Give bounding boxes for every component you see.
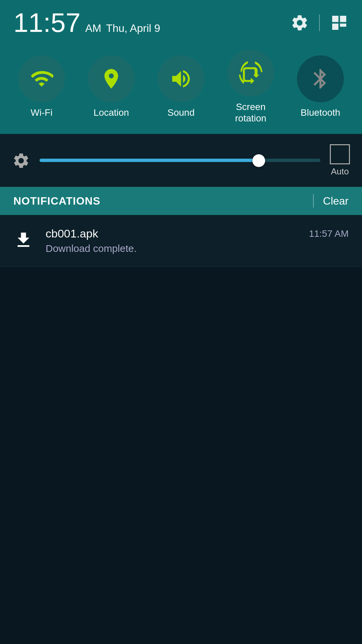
location-label: Location	[94, 107, 129, 118]
wifi-circle[interactable]	[18, 55, 65, 102]
time-display: 11:57	[13, 9, 80, 36]
wifi-label: Wi-Fi	[31, 107, 52, 118]
svg-rect-0	[332, 16, 339, 22]
bluetooth-toggle[interactable]: Bluetooth	[297, 55, 344, 118]
brightness-fill	[40, 159, 259, 162]
sound-circle[interactable]	[158, 55, 204, 102]
notification-body: Download complete.	[46, 243, 297, 254]
svg-rect-3	[340, 23, 346, 26]
time-ampm: AM	[85, 22, 101, 35]
sound-icon	[169, 67, 193, 91]
clear-notifications-button[interactable]: Clear	[323, 195, 349, 207]
location-circle[interactable]	[88, 55, 135, 102]
top-panel: 11:57 AM Thu, April 9	[0, 0, 362, 187]
notif-header-divider	[313, 194, 314, 208]
bluetooth-label: Bluetooth	[301, 107, 340, 118]
notification-icon-wrap	[13, 230, 34, 252]
location-icon	[100, 67, 123, 91]
auto-brightness-label: Auto	[331, 166, 349, 177]
auto-brightness-block[interactable]: Auto	[330, 144, 350, 177]
svg-rect-2	[332, 23, 339, 30]
grid-icon[interactable]	[330, 13, 349, 32]
svg-rect-1	[340, 16, 346, 22]
time-block: 11:57 AM Thu, April 9	[13, 9, 160, 36]
screen-rotation-icon	[239, 61, 262, 85]
brightness-track	[40, 159, 320, 162]
brightness-thumb[interactable]	[252, 154, 265, 167]
notification-time: 11:57 AM	[309, 227, 349, 239]
brightness-row: Auto	[0, 134, 362, 187]
wifi-icon	[30, 67, 53, 91]
brightness-slider[interactable]	[40, 159, 320, 163]
settings-icon[interactable]	[290, 13, 309, 32]
quick-toggles: Wi-Fi Location Sound	[0, 43, 362, 134]
status-icons	[290, 13, 349, 32]
notifications-title: NOTIFICATIONS	[13, 195, 101, 207]
notification-content: cb001.apk Download complete.	[46, 227, 297, 254]
date-display: Thu, April 9	[106, 22, 160, 35]
sound-toggle[interactable]: Sound	[158, 55, 204, 118]
notifications-header: NOTIFICATIONS Clear	[0, 187, 362, 215]
download-icon	[13, 230, 34, 250]
screen-rotation-circle[interactable]	[227, 50, 274, 97]
bottom-area	[0, 267, 362, 644]
location-toggle[interactable]: Location	[88, 55, 135, 118]
notification-title: cb001.apk	[46, 227, 297, 240]
wifi-toggle[interactable]: Wi-Fi	[18, 55, 65, 118]
status-divider	[319, 14, 320, 31]
bluetooth-icon	[309, 67, 332, 91]
bluetooth-circle[interactable]	[297, 55, 344, 102]
auto-brightness-square[interactable]	[330, 144, 350, 164]
screen-rotation-label: Screenrotation	[235, 101, 266, 124]
brightness-gear-icon	[12, 152, 30, 170]
screen-rotation-toggle[interactable]: Screenrotation	[227, 50, 274, 124]
sound-label: Sound	[168, 107, 195, 118]
notification-item[interactable]: cb001.apk Download complete. 11:57 AM	[0, 215, 362, 267]
status-bar: 11:57 AM Thu, April 9	[0, 0, 362, 43]
